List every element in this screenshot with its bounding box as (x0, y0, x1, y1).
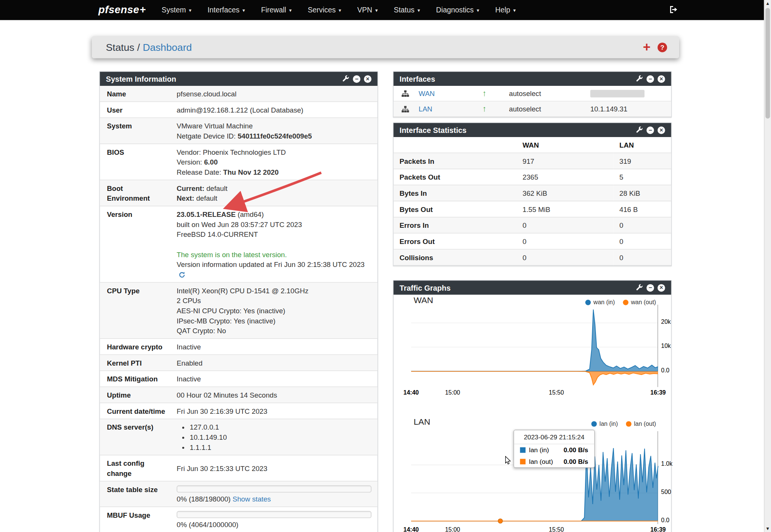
tooltip-series-label: lan (in) (529, 446, 549, 454)
widget-controls: − × (342, 75, 371, 82)
wrench-icon[interactable] (636, 127, 643, 134)
panel-header: Traffic Graphs − × (393, 280, 671, 294)
minimize-icon[interactable]: − (646, 126, 654, 134)
hover-point-marker (498, 519, 503, 523)
top-navbar: pfsense+ System▾Interfaces▾Firewall▾Serv… (0, 0, 771, 20)
nav-item-system[interactable]: System▾ (154, 0, 200, 20)
wan-xtick-label: 15:00 (439, 389, 467, 396)
series-area-wanout (411, 371, 658, 385)
value-line: Fri Jun 30 2:16:39 UTC 2023 (177, 406, 371, 416)
value-text: Release Date: (177, 168, 223, 176)
row-value: admin@192.168.1.212 (Local Database) (172, 102, 378, 118)
panel-title: System Information (106, 75, 342, 83)
row-label: MDS Mitigation (100, 371, 172, 387)
lan-xtick-label: 15:50 (542, 526, 571, 532)
system-information-panel: System Information − × Namepfsense.cloud… (99, 71, 378, 532)
tooltip-series-label: lan (out) (529, 458, 553, 465)
lan-graph-title: LAN (414, 417, 430, 427)
minimize-icon[interactable]: − (646, 284, 654, 291)
wrench-icon[interactable] (636, 75, 643, 82)
caret-down-icon: ▾ (189, 7, 192, 13)
table-row: BIOSVendor: Phoenix Technologies LTDVers… (100, 144, 377, 180)
caret-down-icon: ▾ (477, 7, 479, 13)
cell-value: 0 (613, 217, 671, 233)
nav-item-diagnostics[interactable]: Diagnostics▾ (428, 0, 487, 20)
show-states-link[interactable]: Show states (233, 495, 271, 503)
row-value: VMware Virtual MachineNetgate Device ID:… (172, 118, 378, 144)
table-row: Packets In917319 (393, 153, 671, 169)
wan-traffic-chart[interactable] (411, 305, 658, 387)
nav-item-status[interactable]: Status▾ (386, 0, 428, 20)
nav-item-services[interactable]: Services▾ (300, 0, 349, 20)
close-icon[interactable]: × (364, 75, 372, 82)
value-line: 2 CPUs (177, 296, 371, 306)
value-line: 23.05.1-RELEASE (amd64) (177, 209, 371, 219)
scrollbar[interactable]: ▲ ▼ (764, 0, 771, 532)
value-line: Current: default (177, 183, 371, 193)
minimize-icon[interactable]: − (646, 75, 654, 82)
wrench-icon[interactable] (342, 75, 349, 82)
logout-icon[interactable] (669, 6, 678, 14)
table-row: Useradmin@192.168.1.212 (Local Database) (100, 102, 377, 118)
table-row: MBUF Usage0% (4064/1000000) (100, 507, 377, 532)
interfaces-panel: Interfaces − × WAN↑autoselectLAN↑autosel… (393, 71, 672, 117)
close-icon[interactable]: × (658, 284, 665, 291)
wrench-icon[interactable] (636, 284, 643, 291)
value-text: 23.05.1-RELEASE (177, 210, 236, 218)
page-title: Status / Dashboard (106, 36, 192, 58)
nav-item-firewall[interactable]: Firewall▾ (253, 0, 300, 20)
value-text: Enabled (177, 359, 203, 367)
value-text: Fri Jun 30 2:15:33 UTC 2023 (177, 464, 267, 472)
row-value: Enabled (172, 355, 378, 371)
scrollbar-thumb[interactable] (765, 8, 770, 118)
value-text: Phoenix Technologies LTD (203, 148, 286, 156)
tooltip-series-swatch (520, 459, 526, 465)
legend-item[interactable]: lan (out) (626, 420, 656, 427)
interface-address: 10.1.149.31 (590, 105, 671, 113)
minimize-icon[interactable]: − (353, 75, 360, 82)
help-icon[interactable]: ? (658, 43, 667, 52)
table-row: Kernel PTIEnabled (100, 355, 377, 371)
table-header-row: WANLAN (393, 137, 671, 153)
value-line: Netgate Device ID: 540111fe0c524fe009e5 (177, 131, 371, 141)
row-label: Name (100, 86, 172, 102)
pfsense-logo[interactable]: pfsense+ (98, 3, 146, 15)
nav-item-label: VPN (357, 6, 372, 14)
interface-link[interactable]: LAN (419, 105, 482, 113)
value-text: admin@192.168.1.212 (Local Database) (177, 106, 303, 114)
row-value: 00 Hour 02 Minutes 14 Seconds (172, 387, 378, 403)
row-label: BIOS (100, 144, 172, 180)
value-text: AES-NI CPU Crypto: Yes (inactive) (177, 306, 285, 314)
close-icon[interactable]: × (658, 75, 665, 82)
caret-down-icon: ▾ (513, 7, 516, 13)
nav-item-help[interactable]: Help▾ (487, 0, 524, 20)
nav-item-vpn[interactable]: VPN▾ (349, 0, 386, 20)
value-text: Version: (177, 158, 204, 166)
table-row: Bytes Out1.55 MiB416 B (393, 201, 671, 217)
scroll-up-icon[interactable]: ▲ (765, 0, 771, 7)
row-value: Inactive (172, 338, 378, 355)
nav-item-interfaces[interactable]: Interfaces▾ (200, 0, 253, 20)
wan-ytick-label: 0.0 (661, 367, 681, 374)
close-icon[interactable]: × (658, 126, 665, 134)
interface-link[interactable]: WAN (419, 89, 482, 97)
panel-title: Interfaces (399, 75, 636, 83)
list-item: 10.1.149.10 (190, 432, 372, 442)
network-icon (402, 90, 419, 96)
cell-value: 0 (517, 233, 613, 249)
legend-item[interactable]: lan (in) (591, 420, 618, 427)
value-text: Version information updated at Fri Jun 3… (177, 260, 364, 268)
value-line: FreeBSD 14.0-CURRENT (177, 229, 371, 239)
value-text: FreeBSD 14.0-CURRENT (177, 230, 258, 238)
scroll-down-icon[interactable]: ▼ (765, 525, 771, 532)
breadcrumb-section[interactable]: Status (106, 42, 134, 53)
add-widget-icon[interactable]: + (643, 41, 651, 54)
refresh-icon[interactable] (179, 271, 185, 278)
breadcrumb-page[interactable]: Dashboard (143, 42, 192, 53)
row-label: Bytes In (393, 185, 517, 201)
value-line: pfsense.cloud.local (177, 88, 371, 99)
traffic-graphs-body: WANwan (in)wan (out)20k10k0.014:4015:001… (393, 295, 671, 532)
header-actions: + ? (643, 36, 667, 58)
caret-down-icon: ▾ (417, 7, 420, 13)
row-label: Packets Out (393, 169, 517, 185)
